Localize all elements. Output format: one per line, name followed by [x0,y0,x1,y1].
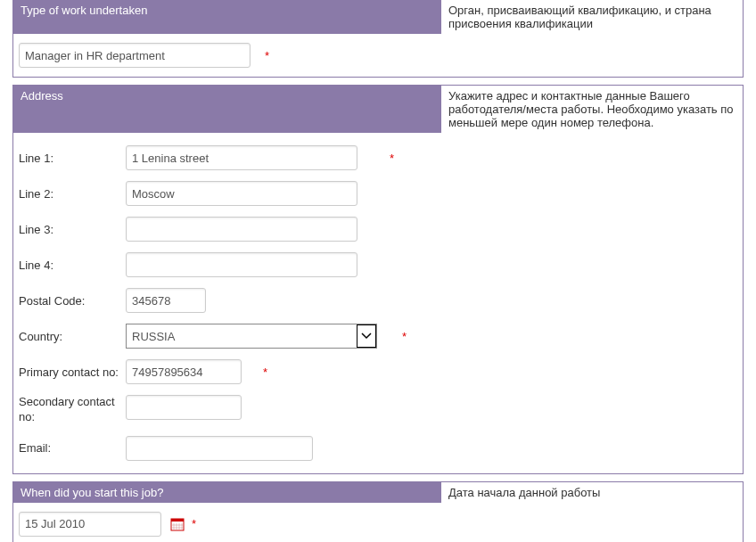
secondary-contact-input[interactable] [126,395,242,420]
row-email: Email: [13,431,441,466]
help-text-work-type: Орган, присваивающий квалификацию, и стр… [441,0,743,34]
row-secondary-contact: Secondary contact no: [13,390,441,431]
email-input[interactable] [126,436,313,461]
start-date-input[interactable] [19,512,161,537]
required-asterisk: * [263,365,267,379]
line2-input[interactable] [126,181,357,206]
section-work-type: Type of work undertaken Орган, присваива… [12,0,744,78]
section-start-job: When did you start this job? Дата начала… [12,481,744,542]
section-address: Address Укажите адрес и контактные данны… [12,85,744,474]
label-primary-contact: Primary contact no: [19,365,126,379]
row-line4: Line 4: [13,247,441,283]
svg-rect-1 [171,519,184,521]
row-line2: Line 2: [13,176,441,211]
section-header-address: Address [13,86,441,133]
label-email: Email: [19,441,126,455]
label-secondary-contact: Secondary contact no: [19,395,126,425]
row-postal: Postal Code: [13,283,441,318]
required-asterisk: * [390,152,394,165]
label-line3: Line 3: [19,223,126,236]
section-header-start-job: When did you start this job? [13,482,441,503]
label-line4: Line 4: [19,259,126,272]
postal-input[interactable] [126,288,206,313]
required-asterisk: * [192,517,196,530]
line4-input[interactable] [126,252,357,277]
country-select[interactable] [126,324,377,349]
label-line2: Line 2: [19,187,126,201]
row-country: Country: * [13,318,441,354]
work-type-input[interactable] [19,43,251,68]
label-line1: Line 1: [19,152,126,165]
required-asterisk: * [265,49,269,62]
help-text-address: Укажите адрес и контактные данные Вашего… [441,86,743,133]
line1-input[interactable] [126,145,357,170]
label-postal: Postal Code: [19,294,126,308]
required-asterisk: * [402,330,407,343]
row-primary-contact: Primary contact no: * [13,354,441,390]
row-line1: Line 1: * [13,140,441,176]
help-text-start-job: Дата начала данной работы [441,482,743,503]
line3-input[interactable] [126,217,357,242]
label-country: Country: [19,330,126,343]
primary-contact-input[interactable] [126,359,242,384]
calendar-icon[interactable] [170,517,185,531]
row-line3: Line 3: [13,211,441,247]
section-header-work-type: Type of work undertaken [13,0,441,34]
